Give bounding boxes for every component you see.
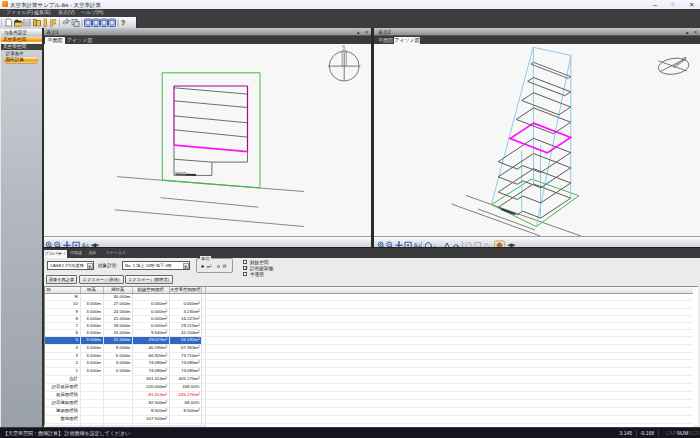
svg-text:?: ? [120,18,125,27]
svg-text:N: N [342,45,345,49]
